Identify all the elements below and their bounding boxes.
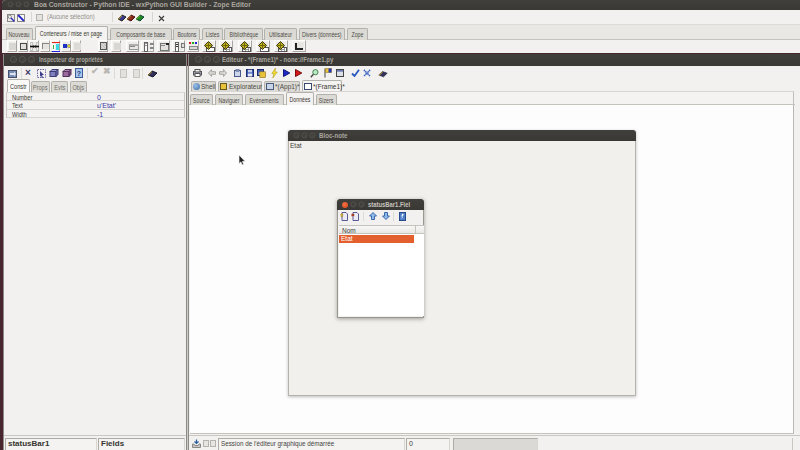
svg-text:?: ? bbox=[77, 70, 81, 77]
